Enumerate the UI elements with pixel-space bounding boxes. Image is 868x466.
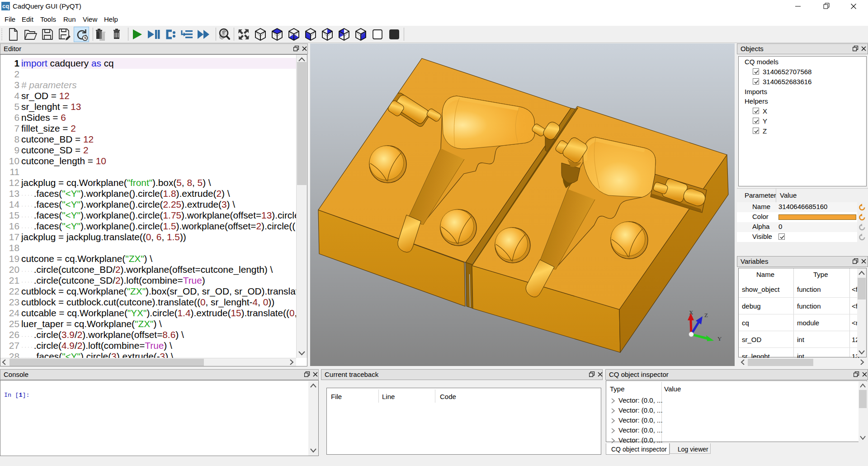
svg-text:X: X <box>689 309 693 316</box>
svg-text:Y: Y <box>717 335 722 342</box>
svg-text:Z: Z <box>704 312 708 319</box>
